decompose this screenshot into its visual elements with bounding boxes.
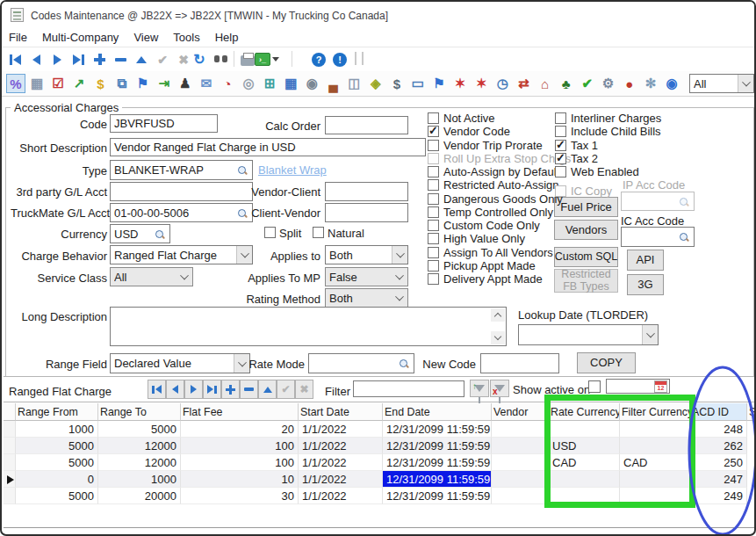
flag-icon[interactable]: ⚑ [133, 74, 153, 93]
web-enabled-checkbox[interactable] [555, 166, 566, 177]
tax-2-checkbox[interactable] [555, 153, 566, 164]
console-dropdown-icon[interactable] [270, 50, 281, 69]
copy-icon[interactable]: ⧉ [112, 74, 132, 93]
currency-lookup-icon[interactable] [155, 228, 166, 240]
nav-prior-icon[interactable] [26, 50, 46, 69]
checklist-icon[interactable]: ☑ [48, 74, 68, 93]
custom-code-only-checkbox[interactable] [428, 220, 439, 231]
binoculars-icon[interactable] [211, 50, 230, 69]
check-icon[interactable]: ✔ [578, 74, 597, 93]
person-icon[interactable]: ♟ [176, 74, 195, 93]
help-icon[interactable]: ? [309, 50, 328, 69]
accept-icon[interactable]: ✔ [153, 50, 172, 69]
pickup-appt-made-checkbox[interactable] [428, 260, 439, 272]
dangerous-goods-only-checkbox[interactable] [428, 193, 439, 205]
nav-first-icon[interactable] [5, 50, 25, 69]
column-header-end-date[interactable]: End Date [383, 403, 492, 421]
client-vendor-field[interactable] [325, 203, 408, 222]
currency-field[interactable]: USD [110, 224, 170, 243]
new-code-field[interactable] [480, 353, 559, 373]
grid-cell[interactable]: 5000 [16, 438, 98, 454]
grid-cell[interactable]: 0 [16, 471, 98, 488]
delete-icon[interactable] [111, 50, 130, 69]
vendors-button[interactable]: Vendors [554, 220, 618, 240]
menu-help[interactable]: Help [215, 31, 239, 44]
delete-row-button[interactable] [240, 380, 258, 399]
vendor-client-field[interactable] [325, 182, 408, 201]
grid-cell[interactable]: 1/1/2022 [299, 454, 383, 471]
home-icon[interactable]: ⌂ [536, 74, 555, 93]
grid-cell[interactable]: 12000 [98, 454, 181, 471]
show-active-checkbox[interactable] [588, 380, 601, 393]
grid-cell[interactable]: 1000 [16, 421, 98, 438]
grid-cell[interactable]: 10 [181, 471, 299, 488]
column-header-vendor[interactable]: Vendor [492, 403, 549, 421]
fuel-price-button[interactable]: Fuel Price [554, 197, 618, 217]
camera-icon[interactable]: ◉ [302, 74, 321, 93]
grid-cell[interactable]: 5000 [16, 488, 98, 504]
grid-cell[interactable] [492, 421, 549, 438]
filter-apply-button[interactable]: ↑ [470, 380, 489, 397]
chart-icon[interactable]: ↗ [69, 74, 89, 93]
grid-cell[interactable] [492, 488, 549, 504]
calc-order-field[interactable] [325, 116, 408, 134]
propeller-icon[interactable]: ✻ [641, 74, 660, 93]
split-checkbox[interactable] [264, 227, 276, 238]
not-active-checkbox[interactable] [428, 112, 439, 124]
vendor-code-checkbox[interactable] [428, 126, 439, 137]
ring-icon[interactable]: ◎ [239, 74, 258, 93]
ic-acc-code-field[interactable] [621, 227, 695, 247]
grid-cell[interactable]: 1000 [98, 471, 181, 488]
map-icon[interactable]: ◈ [366, 74, 385, 93]
interliner-charges-checkbox[interactable] [555, 112, 566, 124]
nav-next-icon[interactable] [47, 50, 67, 69]
doc-info-icon[interactable]: ◷ [493, 74, 512, 93]
grid-cell[interactable]: 1/1/2022 [299, 471, 383, 488]
insert-row-button[interactable] [221, 380, 240, 399]
row-selector[interactable] [4, 488, 16, 504]
grid-cell[interactable]: 100 [181, 454, 299, 471]
applies-to-combo[interactable]: Both [325, 245, 408, 264]
grid-cell[interactable] [492, 454, 549, 471]
3g-button[interactable]: 3G [627, 274, 664, 295]
mail-icon[interactable]: ✉ [197, 74, 216, 93]
blanket-wrap-link[interactable]: Blanket Wrap [258, 163, 327, 177]
menu-multi-company[interactable]: Multi-Company [42, 31, 119, 44]
high-value-only-checkbox[interactable] [428, 233, 439, 244]
row-selector[interactable] [4, 438, 16, 454]
type-lookup-icon[interactable] [237, 164, 248, 176]
menu-file[interactable]: File [9, 31, 27, 44]
nodes2-icon[interactable]: ✶ [472, 74, 491, 93]
calendar-icon[interactable]: ▦ [281, 74, 300, 93]
code-field[interactable]: JBVRFUSD [110, 114, 218, 133]
grid-cell[interactable]: 30 [181, 488, 299, 504]
menu-tools[interactable]: Tools [173, 31, 199, 44]
service-class-combo[interactable]: All [110, 267, 193, 286]
window-icon[interactable]: ▭ [408, 74, 428, 93]
grid-cell[interactable]: 12/31/2099 11:59:59 [383, 488, 492, 504]
filter-field[interactable] [353, 380, 464, 397]
nodes-icon[interactable]: ✶ [450, 74, 470, 93]
nav-first-button[interactable] [148, 380, 166, 399]
network-icon[interactable]: ⊞ [260, 74, 279, 93]
flag2-icon[interactable]: ⚑ [429, 74, 449, 93]
column-header-flat-fee[interactable]: Flat Fee [181, 403, 299, 421]
active-date-field[interactable] [606, 379, 670, 394]
nav-prior-button[interactable] [166, 380, 184, 399]
grid-cell[interactable]: 12/31/2099 11:59:59 [383, 471, 492, 488]
chart-compare-icon[interactable]: ⇄ [514, 74, 533, 93]
type-field[interactable]: BLANKET-WRAP [110, 160, 253, 180]
import-icon[interactable]: ⇥ [155, 74, 174, 93]
scroll-down-icon[interactable] [491, 331, 505, 344]
row-selector[interactable] [4, 454, 16, 471]
long-description-field[interactable] [110, 307, 507, 346]
grid-cell[interactable]: 12/31/2099 11:59:59 [383, 421, 492, 438]
stamp-icon[interactable]: ▄ [324, 74, 343, 93]
ic-acc-code-lookup-icon[interactable] [679, 231, 690, 243]
refresh-icon[interactable]: ↻ [190, 50, 209, 69]
coins-icon[interactable]: $ [90, 74, 110, 93]
copy-button[interactable]: COPY [577, 352, 636, 373]
column-header-range-to[interactable]: Range To [98, 403, 181, 421]
nav-last-button[interactable] [203, 380, 221, 399]
nav-last-icon[interactable] [68, 50, 88, 69]
